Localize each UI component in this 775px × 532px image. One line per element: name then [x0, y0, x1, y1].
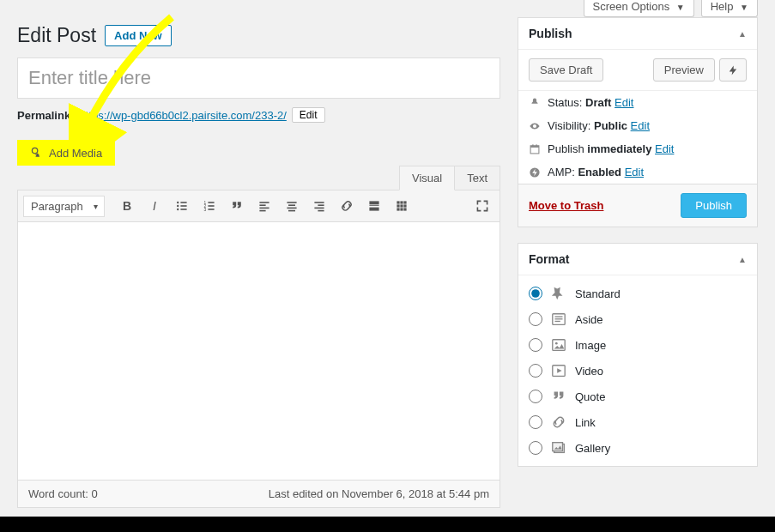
numbered-list-button[interactable]: 123	[197, 194, 221, 218]
format-option-quote[interactable]: Quote	[518, 384, 757, 409]
svg-rect-33	[403, 204, 406, 207]
amp-edit-link[interactable]: Edit	[625, 166, 644, 178]
bold-button[interactable]: B	[115, 194, 139, 218]
readmore-button[interactable]	[362, 194, 386, 218]
svg-rect-30	[403, 201, 406, 203]
permalink-edit-button[interactable]: Edit	[292, 107, 325, 123]
pin-icon	[551, 286, 566, 301]
paragraph-format-select[interactable]: Paragraph	[23, 196, 105, 217]
fullscreen-button[interactable]	[470, 194, 494, 218]
svg-rect-40	[536, 144, 536, 147]
publish-metabox: Publish ▲ Save Draft Preview Status: Dra…	[518, 17, 758, 227]
svg-rect-6	[180, 209, 186, 210]
format-radio[interactable]	[529, 415, 542, 429]
format-label: Aside	[575, 313, 603, 326]
align-left-button[interactable]	[252, 194, 276, 218]
video-icon	[551, 363, 566, 378]
last-edited: Last edited on November 6, 2018 at 5:44 …	[269, 487, 489, 500]
collapse-icon[interactable]: ▲	[738, 255, 747, 264]
bullet-list-button[interactable]	[170, 194, 194, 218]
format-option-standard[interactable]: Standard	[518, 281, 757, 306]
media-icon	[30, 146, 44, 160]
svg-rect-35	[400, 208, 403, 210]
tab-visual[interactable]: Visual	[399, 166, 455, 190]
svg-rect-26	[369, 205, 378, 206]
svg-rect-36	[403, 208, 406, 210]
format-radio[interactable]	[529, 338, 542, 352]
add-media-button[interactable]: Add Media	[17, 140, 115, 166]
format-label: Standard	[575, 287, 621, 300]
editor-content-area[interactable]	[18, 222, 500, 480]
format-label: Image	[575, 339, 606, 352]
permalink-url[interactable]: https://wp-gbd66b0cl2.pairsite.com/233-2…	[79, 109, 286, 122]
format-radio[interactable]	[529, 364, 542, 378]
page-title: Edit Post	[17, 24, 96, 47]
schedule-edit-link[interactable]: Edit	[655, 142, 674, 155]
bolt-icon	[529, 166, 541, 178]
word-count: Word count: 0	[28, 487, 98, 500]
visibility-edit-link[interactable]: Edit	[631, 119, 650, 132]
svg-rect-31	[397, 204, 399, 207]
format-metabox: Format ▲ StandardAsideImageVideoQuoteLin…	[518, 243, 758, 467]
help-button[interactable]: Help ▼	[701, 0, 758, 17]
format-option-video[interactable]: Video	[518, 358, 757, 384]
editor-toolbar: Paragraph B I 123	[18, 190, 500, 222]
pin-icon	[529, 97, 541, 109]
add-new-button[interactable]: Add New	[105, 25, 172, 46]
format-option-image[interactable]: Image	[518, 332, 757, 358]
svg-rect-29	[400, 201, 403, 203]
svg-rect-4	[180, 205, 186, 207]
svg-rect-21	[314, 202, 324, 203]
calendar-icon	[529, 143, 541, 155]
preview-amp-button[interactable]	[719, 58, 747, 82]
link-button[interactable]	[335, 194, 359, 218]
italic-button[interactable]: I	[142, 194, 167, 218]
svg-rect-24	[318, 210, 324, 212]
align-right-button[interactable]	[307, 194, 331, 218]
status-edit-link[interactable]: Edit	[615, 96, 633, 109]
svg-rect-38	[530, 145, 539, 147]
collapse-icon[interactable]: ▲	[738, 29, 747, 39]
svg-rect-34	[397, 208, 399, 210]
blockquote-button[interactable]	[225, 194, 249, 218]
format-option-aside[interactable]: Aside	[518, 306, 757, 332]
save-draft-button[interactable]: Save Draft	[529, 58, 603, 82]
svg-rect-17	[287, 202, 296, 203]
format-radio[interactable]	[529, 390, 542, 403]
permalink-label: Permalink:	[17, 109, 74, 122]
svg-rect-10	[208, 205, 214, 207]
format-heading: Format	[529, 252, 569, 266]
toolbar-toggle-button[interactable]	[390, 194, 414, 218]
svg-point-47	[555, 342, 558, 345]
svg-rect-20	[288, 210, 295, 212]
svg-point-5	[177, 209, 179, 210]
publish-heading: Publish	[529, 27, 572, 40]
format-radio[interactable]	[529, 312, 542, 326]
format-radio[interactable]	[529, 441, 542, 455]
post-title-input[interactable]	[17, 57, 500, 99]
svg-rect-44	[555, 318, 563, 319]
svg-point-3	[177, 205, 179, 207]
svg-rect-45	[555, 321, 560, 322]
gallery-icon	[551, 440, 566, 456]
align-center-button[interactable]	[280, 194, 304, 218]
svg-rect-22	[318, 204, 324, 206]
svg-rect-25	[369, 201, 378, 204]
svg-rect-32	[400, 204, 403, 207]
format-radio[interactable]	[529, 287, 542, 300]
publish-button[interactable]: Publish	[681, 193, 747, 218]
move-to-trash-link[interactable]: Move to Trash	[529, 199, 603, 212]
format-option-link[interactable]: Link	[518, 409, 757, 435]
link-icon	[551, 414, 566, 430]
tab-text[interactable]: Text	[455, 166, 500, 190]
svg-rect-13	[259, 202, 269, 203]
preview-button[interactable]: Preview	[653, 58, 715, 82]
quote-icon	[551, 389, 566, 404]
svg-rect-28	[397, 201, 399, 203]
svg-rect-14	[259, 204, 265, 206]
caret-down-icon: ▼	[740, 3, 748, 12]
svg-rect-23	[314, 208, 324, 209]
screen-options-button[interactable]: Screen Options ▼	[584, 0, 694, 17]
caret-down-icon: ▼	[676, 3, 685, 12]
format-option-gallery[interactable]: Gallery	[518, 435, 757, 461]
